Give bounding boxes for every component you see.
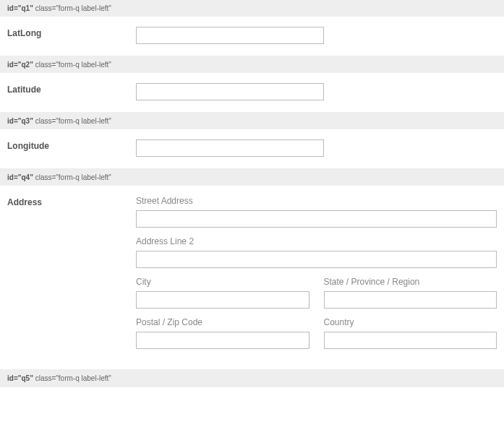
postal-input[interactable]	[136, 332, 309, 349]
meta-bar: id="q4" class="form-q label-left"	[0, 169, 504, 186]
form-question-address: id="q4" class="form-q label-left" Addres…	[0, 169, 504, 370]
postal-label: Postal / Zip Code	[136, 317, 309, 327]
longitude-input[interactable]	[136, 139, 324, 157]
latlong-input[interactable]	[136, 27, 324, 44]
question-label: Latitude	[7, 83, 136, 100]
meta-bar: id="q1" class="form-q label-left"	[0, 0, 504, 17]
city-input[interactable]	[136, 291, 309, 309]
form-question-longitude: id="q3" class="form-q label-left" Longit…	[0, 113, 504, 169]
form-question-q5: id="q5" class="form-q label-left"	[0, 370, 504, 387]
address-line2-input[interactable]	[136, 251, 497, 268]
country-label: Country	[324, 317, 497, 327]
meta-id: id="q5"	[7, 374, 33, 382]
city-label: City	[136, 277, 309, 287]
country-input[interactable]	[324, 332, 497, 349]
meta-bar: id="q2" class="form-q label-left"	[0, 56, 504, 73]
question-label: LatLong	[7, 27, 136, 44]
form-question-latlong: id="q1" class="form-q label-left" LatLon…	[0, 0, 504, 56]
meta-bar: id="q3" class="form-q label-left"	[0, 113, 504, 129]
meta-class: class="form-q label-left"	[35, 117, 111, 125]
latitude-input[interactable]	[136, 83, 324, 100]
state-label: State / Province / Region	[324, 277, 497, 287]
meta-id: id="q2"	[7, 61, 33, 69]
form-question-latitude: id="q2" class="form-q label-left" Latitu…	[0, 56, 504, 113]
street-address-label: Street Address	[136, 196, 497, 206]
meta-class: class="form-q label-left"	[35, 4, 111, 12]
state-input[interactable]	[324, 291, 497, 309]
question-label: Longitude	[7, 139, 136, 157]
meta-id: id="q3"	[7, 117, 33, 125]
meta-id: id="q4"	[7, 173, 33, 181]
question-label: Address	[7, 196, 136, 358]
meta-class: class="form-q label-left"	[35, 173, 111, 181]
meta-class: class="form-q label-left"	[35, 374, 111, 382]
meta-class: class="form-q label-left"	[35, 61, 111, 69]
address-line2-label: Address Line 2	[136, 236, 497, 246]
meta-id: id="q1"	[7, 4, 33, 12]
street-address-input[interactable]	[136, 210, 497, 228]
meta-bar: id="q5" class="form-q label-left"	[0, 370, 504, 387]
